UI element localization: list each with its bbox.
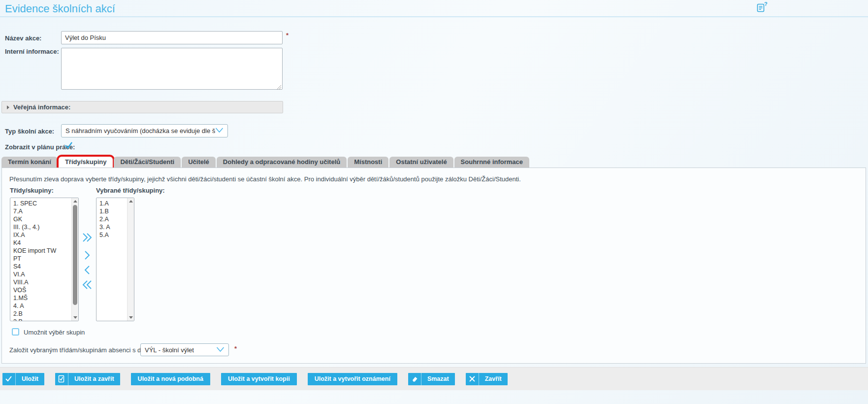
tab-content-panel: Přesunutím zleva doprava vyberte třídy/s…	[1, 168, 866, 364]
verejna-informace-label: Veřejná informace:	[13, 103, 70, 111]
available-listbox[interactable]: 1. SPEC7.AGKIII. (3., 4.)IX.AK4KOE impor…	[10, 198, 79, 321]
zobrazit-v-planu-checkbox[interactable]	[64, 141, 73, 151]
available-class-item[interactable]: IX.A	[13, 231, 71, 239]
scrollbar-thumb[interactable]	[73, 205, 77, 305]
interni-informace-textarea[interactable]	[61, 48, 283, 90]
available-class-item[interactable]: III. (3., 4.)	[13, 223, 71, 231]
instruction-text: Přesunutím zleva doprava vyberte třídy/s…	[9, 175, 521, 183]
resize-handle-icon[interactable]	[276, 83, 282, 92]
available-class-item[interactable]: VIII.A	[13, 278, 71, 286]
available-scrollbar[interactable]	[71, 198, 78, 321]
tab-mistnosti[interactable]: Místnosti	[348, 157, 388, 168]
page-title: Evidence školních akcí	[5, 2, 115, 15]
typ-skolni-akce-value: S náhradním vyučováním (docházka se evid…	[65, 127, 215, 135]
available-class-item[interactable]: PT	[13, 255, 71, 263]
interni-informace-label: Interní informace:	[5, 48, 59, 55]
available-class-item[interactable]: 2.B	[13, 310, 71, 318]
move-right-button[interactable]	[81, 249, 94, 262]
tab-termin-konani[interactable]: Termín konání	[1, 157, 58, 168]
tab-bar: Termín konání Třídy/skupiny Děti/Žáci/St…	[1, 157, 530, 168]
typ-skolni-akce-dropdown[interactable]: S náhradním vyučováním (docházka se evid…	[61, 124, 228, 137]
close-icon	[466, 373, 479, 385]
available-class-item[interactable]: K4	[13, 239, 71, 247]
scroll-up-icon[interactable]	[128, 198, 134, 204]
move-all-left-button[interactable]	[81, 278, 94, 291]
scroll-down-icon[interactable]	[72, 314, 78, 321]
tab-ostatni-uzivatele[interactable]: Ostatní uživatelé	[389, 157, 453, 168]
nazev-akce-label: Název akce:	[5, 34, 41, 42]
nazev-akce-input[interactable]	[61, 31, 283, 44]
delete-icon	[408, 373, 421, 385]
tab-tridy-skupiny[interactable]: Třídy/skupiny	[59, 157, 113, 168]
chevron-down-icon	[216, 346, 225, 354]
form-help-icon[interactable]: ?	[756, 1, 768, 15]
selected-list-label: Vybrané třídy/skupiny:	[96, 187, 165, 194]
svg-text:?: ?	[764, 1, 768, 7]
close-button[interactable]: Zavřít	[466, 373, 508, 385]
save-close-icon	[55, 373, 68, 385]
move-left-button[interactable]	[81, 264, 94, 276]
available-class-item[interactable]: GK	[13, 215, 71, 223]
absence-druh-value: VÝL - školní výlet	[145, 346, 194, 354]
save-and-create-announcement-button[interactable]: Uložit a vytvořit oznámení	[308, 373, 397, 385]
check-icon	[2, 373, 16, 385]
delete-button[interactable]: Smazat	[408, 373, 455, 385]
tab-souhrnne-informace[interactable]: Souhrnné informace	[454, 157, 529, 168]
selected-class-item[interactable]: 5.A	[99, 231, 127, 239]
selected-class-item[interactable]: 3. A	[99, 223, 127, 231]
available-class-item[interactable]: 7.A	[13, 207, 71, 215]
expand-arrow-icon	[7, 105, 9, 109]
required-mark: *	[234, 345, 237, 352]
typ-skolni-akce-label: Typ školní akce:	[5, 128, 54, 135]
available-class-item[interactable]: KOE import TW	[13, 247, 71, 255]
save-button[interactable]: Uložit	[2, 373, 44, 385]
move-all-right-button[interactable]	[81, 231, 94, 244]
selected-class-item[interactable]: 1.A	[99, 200, 127, 207]
scroll-down-icon[interactable]	[128, 314, 134, 321]
umoznit-vyber-skupin-checkbox[interactable]	[12, 328, 19, 336]
required-mark: *	[286, 32, 289, 39]
absence-druh-dropdown[interactable]: VÝL - školní výlet	[140, 343, 229, 356]
available-class-item[interactable]: S4	[13, 263, 71, 270]
chevron-down-icon	[215, 127, 224, 135]
tab-dohledy-a-odpracovane-hodiny[interactable]: Dohledy a odpracované hodiny učitelů	[217, 157, 347, 168]
save-and-create-copy-button[interactable]: Uložit a vytvořit kopii	[221, 373, 297, 385]
verejna-informace-section-header[interactable]: Veřejná informace:	[1, 101, 283, 113]
available-class-item[interactable]: VI.A	[13, 270, 71, 278]
selected-scrollbar[interactable]	[127, 198, 134, 321]
umoznit-vyber-skupin-label: Umožnit výběr skupin	[24, 329, 85, 336]
available-list-label: Třídy/skupiny:	[10, 187, 54, 194]
save-and-new-similar-button[interactable]: Uložit a nová podobná	[131, 373, 210, 385]
scroll-up-icon[interactable]	[72, 198, 78, 204]
checkmark-icon	[64, 141, 73, 149]
available-class-item[interactable]: 3.B	[13, 318, 71, 321]
available-class-item[interactable]: 1.MŠ	[13, 294, 71, 302]
absence-druh-label: Založit vybraným třídám/skupinám absenci…	[9, 346, 159, 354]
available-class-item[interactable]: VOŠ	[13, 286, 71, 294]
save-and-close-button[interactable]: Uložit a zavřít	[55, 373, 120, 385]
tab-ucitele[interactable]: Učitelé	[182, 157, 216, 168]
tab-deti-zaci-studenti[interactable]: Děti/Žáci/Studenti	[114, 157, 181, 168]
footer-toolbar: Uložit Uložit a zavřít Uložit a nová pod…	[0, 367, 868, 390]
selected-class-item[interactable]: 2.A	[99, 215, 127, 223]
selected-listbox[interactable]: 1.A1.B2.A3. A5.A	[96, 198, 134, 321]
available-class-item[interactable]: 1. SPEC	[13, 200, 71, 207]
evidence-skolnich-akci-page: Evidence školních akcí ? Název akce: * I…	[0, 0, 868, 404]
title-divider	[0, 16, 868, 17]
available-class-item[interactable]: 4. A	[13, 302, 71, 310]
selected-class-item[interactable]: 1.B	[99, 207, 127, 215]
